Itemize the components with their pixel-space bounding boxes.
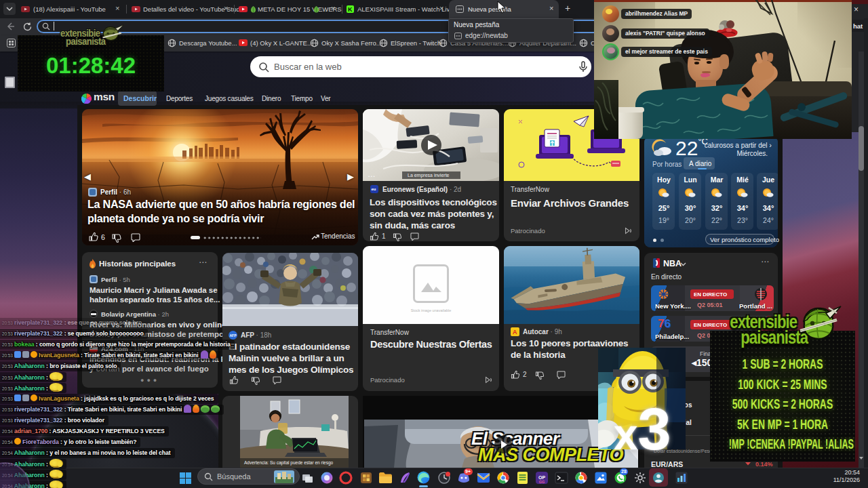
svg-text:• • •: • • • bbox=[368, 174, 375, 178]
svg-text:GG: GG bbox=[539, 480, 545, 484]
svg-text:La empresa invierte: La empresa invierte bbox=[408, 173, 450, 178]
